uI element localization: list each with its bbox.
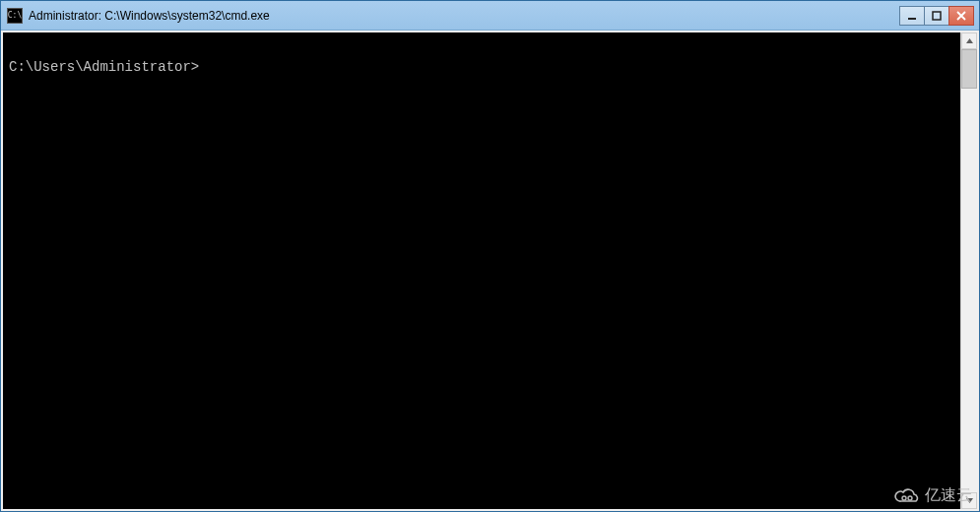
maximize-button[interactable] xyxy=(924,6,949,26)
client-area: C:\Users\Administrator> xyxy=(1,31,979,511)
cmd-window: C:\ Administrator: C:\Windows\system32\c… xyxy=(0,0,980,512)
terminal-output[interactable]: C:\Users\Administrator> xyxy=(3,32,960,509)
close-button[interactable] xyxy=(948,6,974,26)
scroll-thumb[interactable] xyxy=(961,49,977,89)
svg-rect-0 xyxy=(908,18,916,20)
scroll-track[interactable] xyxy=(961,49,977,492)
titlebar[interactable]: C:\ Administrator: C:\Windows\system32\c… xyxy=(1,1,979,31)
prompt: C:\Users\Administrator> xyxy=(9,58,960,78)
window-controls xyxy=(899,6,974,26)
cmd-icon: C:\ xyxy=(7,8,23,24)
window-title: Administrator: C:\Windows\system32\cmd.e… xyxy=(29,9,899,23)
scroll-up-button[interactable] xyxy=(961,32,977,49)
scroll-down-button[interactable] xyxy=(961,492,977,509)
svg-rect-1 xyxy=(933,12,941,20)
minimize-button[interactable] xyxy=(899,6,925,26)
vertical-scrollbar[interactable] xyxy=(960,32,977,509)
